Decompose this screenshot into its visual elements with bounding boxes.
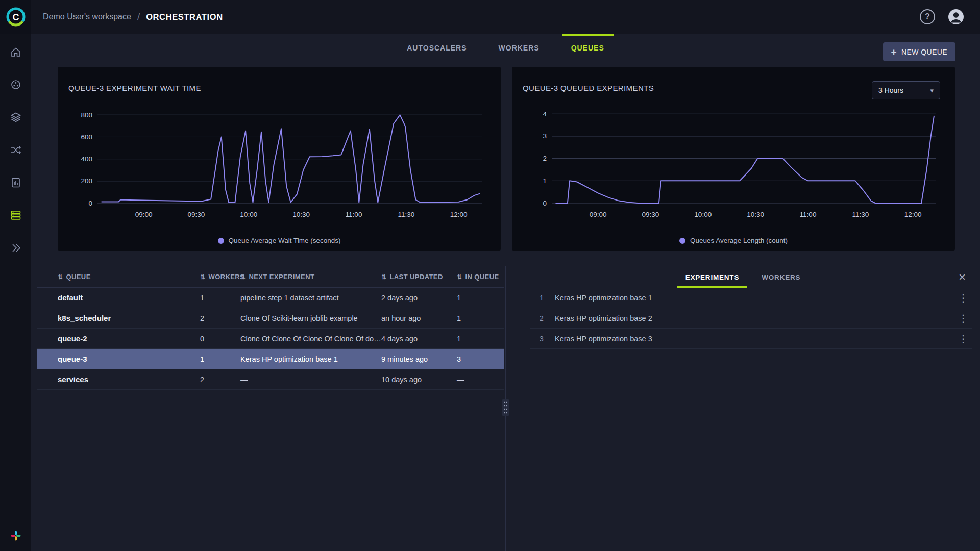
sidebar-item-applications[interactable] bbox=[10, 242, 22, 254]
list-item[interactable]: 3 Keras HP optimization base 3 ⋮ bbox=[530, 329, 972, 349]
header-updated-label: LAST UPDATED bbox=[389, 273, 443, 281]
table-row[interactable]: k8s_scheduler 2 Clone Of Scikit-learn jo… bbox=[37, 308, 504, 329]
tab-queues-label: QUEUES bbox=[571, 44, 604, 52]
sidebar-item-slack[interactable] bbox=[0, 530, 31, 542]
experiment-index: 1 bbox=[530, 294, 548, 302]
table-row[interactable]: queue-2 0 Clone Of Clone Of Clone Of Clo… bbox=[37, 329, 504, 349]
in-queue-cell: 1 bbox=[457, 294, 504, 302]
close-icon[interactable]: × bbox=[959, 269, 966, 285]
sidebar-item-pipelines[interactable] bbox=[10, 144, 22, 156]
svg-text:09:30: 09:30 bbox=[187, 211, 205, 218]
queue-name-cell: queue-2 bbox=[58, 334, 200, 343]
projects-icon bbox=[10, 79, 22, 91]
breadcrumb-separator: / bbox=[137, 11, 140, 22]
tab-workers-label: WORKERS bbox=[499, 44, 540, 52]
tab-autoscalers[interactable]: AUTOSCALERS bbox=[398, 34, 476, 62]
sidebar-item-reports[interactable] bbox=[10, 177, 22, 189]
clearml-logo[interactable]: C bbox=[0, 0, 31, 34]
queued-experiments-legend: Queues Average Length (count) bbox=[512, 237, 955, 244]
experiment-name: Keras HP optimization base 3 bbox=[555, 335, 954, 343]
svg-text:12:00: 12:00 bbox=[904, 211, 922, 218]
avatar[interactable] bbox=[947, 8, 965, 26]
table-row[interactable]: default 1 pipeline step 1 dataset artifa… bbox=[37, 288, 504, 308]
last-updated-cell: 4 days ago bbox=[381, 335, 457, 343]
sidebar bbox=[0, 34, 31, 551]
topbar-actions: ? bbox=[920, 0, 965, 34]
wait-time-title: QUEUE-3 EXPERIMENT WAIT TIME bbox=[68, 84, 201, 92]
wait-time-panel: QUEUE-3 EXPERIMENT WAIT TIME 02004006008… bbox=[58, 67, 501, 251]
last-updated-cell: 9 minutes ago bbox=[381, 355, 457, 363]
svg-text:C: C bbox=[12, 12, 19, 22]
sidebar-item-datasets[interactable] bbox=[10, 111, 22, 123]
queued-experiments-title: QUEUE-3 QUEUED EXPERIMENTS bbox=[523, 84, 654, 92]
legend-dot-icon bbox=[218, 238, 224, 244]
svg-text:09:30: 09:30 bbox=[642, 211, 659, 218]
legend-dot-icon bbox=[679, 238, 685, 244]
sort-icon: ⇅ bbox=[457, 273, 462, 281]
list-item[interactable]: 2 Keras HP optimization base 2 ⋮ bbox=[530, 308, 972, 329]
header-workers[interactable]: ⇅ WORKERS bbox=[200, 273, 240, 281]
experiment-name: Keras HP optimization base 1 bbox=[555, 294, 954, 302]
workers-cell: 1 bbox=[200, 355, 240, 363]
svg-text:10:00: 10:00 bbox=[694, 211, 712, 218]
page-title: ORCHESTRATION bbox=[146, 12, 223, 22]
detail-tabs: EXPERIMENTS WORKERS bbox=[506, 266, 980, 288]
header-next-experiment[interactable]: ⇅ NEXT EXPERIMENT bbox=[240, 273, 381, 281]
tab-detail-workers[interactable]: WORKERS bbox=[753, 266, 808, 288]
experiment-name: Keras HP optimization base 2 bbox=[555, 314, 954, 322]
header-in-queue-label: IN QUEUE bbox=[465, 273, 499, 281]
header-next-label: NEXT EXPERIMENT bbox=[249, 273, 314, 281]
tab-detail-workers-label: WORKERS bbox=[762, 273, 800, 281]
in-queue-cell: 3 bbox=[457, 355, 504, 363]
tab-workers[interactable]: WORKERS bbox=[489, 34, 549, 62]
pipelines-icon bbox=[10, 144, 22, 156]
svg-text:200: 200 bbox=[81, 177, 92, 185]
header-last-updated[interactable]: ⇅ LAST UPDATED bbox=[381, 273, 457, 281]
applications-icon bbox=[10, 242, 22, 254]
next-experiment-cell: Clone Of Clone Of Clone Of Clone Of do… bbox=[240, 335, 381, 343]
header-workers-label: WORKERS bbox=[208, 273, 244, 281]
workers-cell: 2 bbox=[200, 375, 240, 384]
queues-icon bbox=[10, 209, 22, 221]
sort-icon: ⇅ bbox=[200, 273, 205, 281]
header-queue[interactable]: ⇅ QUEUE bbox=[58, 273, 200, 281]
tab-experiments[interactable]: EXPERIMENTS bbox=[677, 266, 748, 288]
svg-text:10:00: 10:00 bbox=[240, 211, 257, 218]
svg-text:0: 0 bbox=[88, 199, 92, 207]
tab-experiments-label: EXPERIMENTS bbox=[685, 273, 740, 281]
tab-queues[interactable]: QUEUES bbox=[562, 34, 614, 62]
wait-time-legend: Queue Average Wait Time (seconds) bbox=[58, 237, 501, 244]
sort-icon: ⇅ bbox=[381, 273, 386, 281]
kebab-menu-icon[interactable]: ⋮ bbox=[954, 333, 972, 345]
tab-autoscalers-label: AUTOSCALERS bbox=[407, 44, 467, 52]
svg-text:0: 0 bbox=[543, 199, 547, 207]
help-icon[interactable]: ? bbox=[920, 9, 935, 24]
time-range-value: 3 Hours bbox=[878, 86, 903, 94]
experiment-index: 2 bbox=[530, 314, 548, 322]
sidebar-item-projects[interactable] bbox=[10, 79, 22, 91]
table-row-selected[interactable]: queue-3 1 Keras HP optimization base 1 9… bbox=[37, 349, 504, 369]
last-updated-cell: 2 days ago bbox=[381, 294, 457, 302]
workers-cell: 0 bbox=[200, 335, 240, 343]
sidebar-item-home[interactable] bbox=[10, 46, 22, 58]
new-queue-button[interactable]: + NEW QUEUE bbox=[883, 42, 955, 61]
queues-table-header: ⇅ QUEUE ⇅ WORKERS ⇅ NEXT EXPERIMENT ⇅ LA… bbox=[37, 266, 504, 288]
list-item[interactable]: 1 Keras HP optimization base 1 ⋮ bbox=[530, 288, 972, 308]
svg-text:11:30: 11:30 bbox=[852, 211, 869, 218]
header-in-queue[interactable]: ⇅ IN QUEUE bbox=[457, 273, 504, 281]
svg-text:11:30: 11:30 bbox=[398, 211, 414, 218]
queued-experiments-panel: QUEUE-3 QUEUED EXPERIMENTS 3 Hours ▾ 012… bbox=[512, 67, 955, 251]
sidebar-item-orchestration[interactable] bbox=[10, 209, 22, 221]
svg-text:11:00: 11:00 bbox=[346, 211, 362, 218]
kebab-menu-icon[interactable]: ⋮ bbox=[954, 312, 972, 324]
kebab-menu-icon[interactable]: ⋮ bbox=[954, 292, 972, 304]
new-queue-label: NEW QUEUE bbox=[901, 48, 947, 56]
header-queue-label: QUEUE bbox=[66, 273, 90, 281]
time-range-dropdown[interactable]: 3 Hours ▾ bbox=[872, 81, 940, 99]
queue-name-cell: k8s_scheduler bbox=[58, 314, 200, 322]
wait-time-chart: 020040060080009:0009:3010:0010:3011:0011… bbox=[62, 98, 495, 227]
breadcrumb-workspace[interactable]: Demo User's workspace bbox=[43, 12, 131, 21]
main-tabs: AUTOSCALERS WORKERS QUEUES bbox=[31, 34, 980, 62]
svg-text:600: 600 bbox=[81, 133, 92, 141]
table-row[interactable]: services 2 — 10 days ago — bbox=[37, 369, 504, 390]
